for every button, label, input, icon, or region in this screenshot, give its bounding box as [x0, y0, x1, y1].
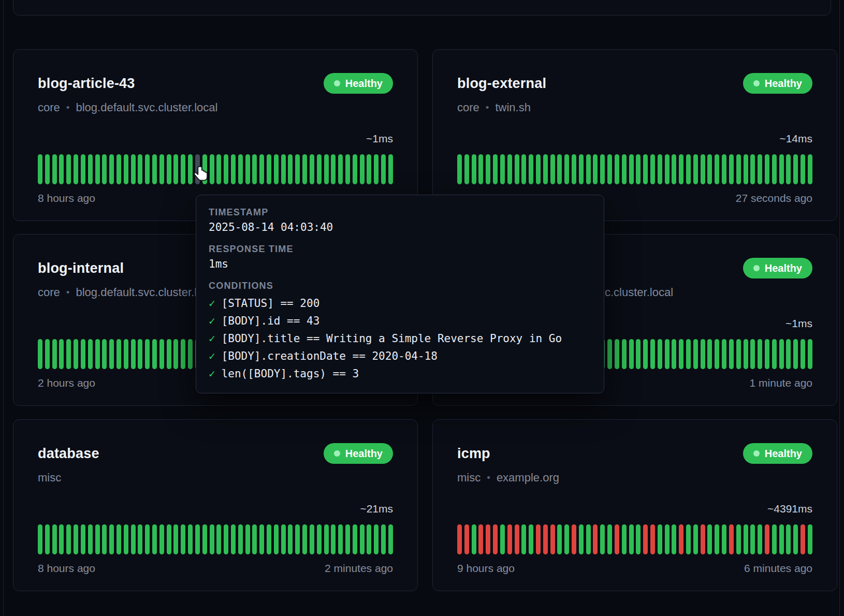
uptime-bar[interactable] [238, 154, 243, 184]
uptime-bar[interactable] [202, 524, 207, 554]
uptime-bar[interactable] [744, 339, 748, 369]
uptime-bar[interactable] [59, 524, 64, 554]
uptime-bar[interactable] [658, 524, 662, 554]
uptime-bar[interactable] [636, 154, 641, 184]
uptime-bar[interactable] [572, 154, 576, 184]
uptime-bar[interactable] [59, 154, 64, 184]
uptime-bar[interactable] [74, 524, 78, 554]
uptime-bar[interactable] [302, 154, 307, 184]
uptime-bar[interactable] [765, 524, 769, 554]
uptime-bar[interactable] [693, 154, 698, 184]
uptime-bar[interactable] [310, 524, 314, 554]
uptime-bar[interactable] [493, 524, 498, 554]
endpoint-card-database[interactable]: database Healthy misc ~21ms 8 hours ago … [13, 419, 418, 591]
uptime-bar[interactable] [707, 339, 712, 369]
uptime-bar[interactable] [281, 524, 286, 554]
uptime-bar[interactable] [109, 524, 114, 554]
uptime-bar[interactable] [88, 154, 93, 184]
uptime-bar[interactable] [38, 524, 42, 554]
uptime-bar[interactable] [629, 524, 634, 554]
uptime-bar[interactable] [536, 524, 541, 554]
uptime-bar[interactable] [353, 154, 357, 184]
uptime-bar[interactable] [658, 339, 662, 369]
uptime-bar[interactable] [779, 524, 784, 554]
uptime-bar[interactable] [801, 524, 805, 554]
uptime-bar[interactable] [52, 339, 57, 369]
uptime-bar[interactable] [66, 339, 71, 369]
uptime-bar[interactable] [102, 154, 107, 184]
uptime-bar[interactable] [464, 524, 469, 554]
uptime-bar[interactable] [722, 524, 726, 554]
uptime-bar[interactable] [245, 154, 250, 184]
uptime-bar[interactable] [388, 524, 393, 554]
uptime-bar[interactable] [643, 524, 648, 554]
uptime-bar[interactable] [607, 154, 612, 184]
uptime-bar[interactable] [374, 524, 379, 554]
uptime-bar[interactable] [650, 339, 655, 369]
uptime-bar[interactable] [557, 524, 562, 554]
uptime-bar[interactable] [302, 524, 307, 554]
uptime-bar[interactable] [643, 339, 648, 369]
uptime-bar[interactable] [181, 154, 185, 184]
uptime-bar[interactable] [622, 524, 627, 554]
uptime-bar[interactable] [74, 154, 78, 184]
uptime-bar[interactable] [715, 339, 719, 369]
uptime-bar[interactable] [167, 339, 171, 369]
uptime-bar[interactable] [636, 524, 641, 554]
uptime-bar[interactable] [52, 524, 57, 554]
uptime-bar[interactable] [808, 339, 812, 369]
uptime-bar[interactable] [224, 524, 228, 554]
uptime-bar[interactable] [181, 339, 185, 369]
uptime-bar[interactable] [693, 524, 698, 554]
uptime-bar[interactable] [765, 339, 769, 369]
uptime-bar[interactable] [274, 524, 279, 554]
uptime-bar[interactable] [593, 154, 598, 184]
uptime-bar[interactable] [317, 154, 322, 184]
uptime-bar[interactable] [464, 154, 469, 184]
uptime-bar[interactable] [159, 154, 164, 184]
uptime-bar[interactable] [693, 339, 698, 369]
uptime-bar[interactable] [145, 524, 150, 554]
uptime-bar[interactable] [622, 339, 627, 369]
uptime-bar[interactable] [173, 524, 178, 554]
uptime-bar[interactable] [786, 524, 791, 554]
uptime-bar[interactable] [360, 524, 365, 554]
uptime-bar[interactable] [259, 524, 264, 554]
uptime-bar[interactable] [231, 524, 236, 554]
uptime-bar[interactable] [521, 154, 526, 184]
uptime-bar[interactable] [629, 339, 634, 369]
uptime-bar[interactable] [729, 339, 734, 369]
uptime-bar[interactable] [95, 339, 100, 369]
uptime-bar[interactable] [152, 339, 157, 369]
uptime-bar[interactable] [338, 524, 343, 554]
uptime-bar[interactable] [45, 154, 50, 184]
uptime-bar[interactable] [124, 339, 128, 369]
uptime-bar[interactable] [288, 154, 293, 184]
uptime-bar[interactable] [607, 524, 612, 554]
uptime-bar[interactable] [758, 154, 762, 184]
uptime-bar[interactable] [515, 154, 519, 184]
uptime-bar[interactable] [793, 524, 798, 554]
uptime-bar[interactable] [615, 154, 619, 184]
uptime-bar[interactable] [152, 154, 157, 184]
uptime-bar[interactable] [138, 339, 142, 369]
uptime-bar[interactable] [686, 154, 691, 184]
uptime-bar[interactable] [109, 339, 114, 369]
uptime-bar[interactable] [281, 154, 286, 184]
uptime-bar[interactable] [521, 524, 526, 554]
uptime-bar[interactable] [536, 154, 541, 184]
uptime-bar[interactable] [736, 154, 741, 184]
uptime-bars[interactable] [38, 524, 393, 554]
uptime-bar[interactable] [388, 154, 393, 184]
uptime-bar[interactable] [374, 154, 379, 184]
uptime-bar[interactable] [331, 524, 336, 554]
uptime-bar[interactable] [52, 154, 57, 184]
uptime-bar[interactable] [66, 524, 71, 554]
uptime-bar[interactable] [801, 154, 805, 184]
uptime-bar[interactable] [95, 524, 100, 554]
uptime-bar[interactable] [95, 154, 100, 184]
uptime-bar[interactable] [515, 524, 519, 554]
uptime-bar[interactable] [772, 524, 777, 554]
uptime-bar[interactable] [478, 524, 483, 554]
uptime-bar[interactable] [701, 524, 705, 554]
